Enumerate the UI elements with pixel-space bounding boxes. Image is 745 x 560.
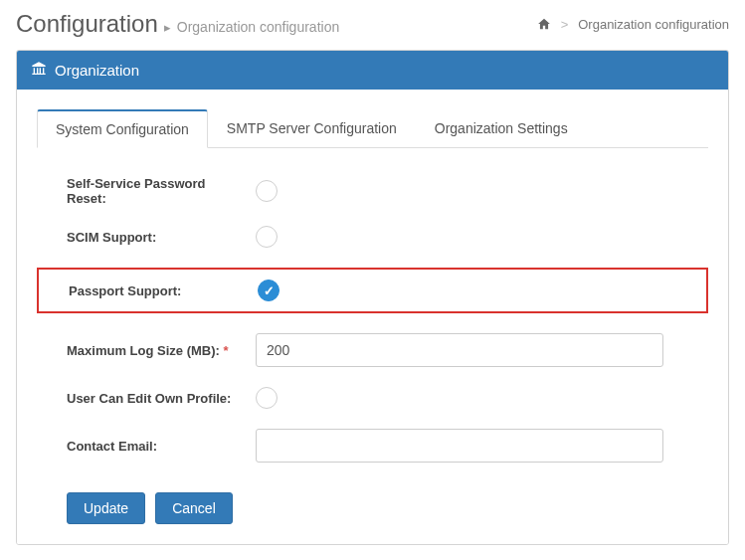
update-button[interactable]: Update (67, 492, 145, 524)
organization-panel: Organization System Configuration SMTP S… (16, 50, 729, 545)
panel-title: Organization (55, 62, 139, 79)
toggle-scim-support[interactable] (256, 226, 278, 248)
chevron-right-icon: ▸ (164, 20, 171, 35)
panel-header: Organization (17, 51, 728, 90)
label-scim-support: SCIM Support: (67, 230, 256, 245)
page-subtitle: Organization configuration (177, 19, 339, 35)
label-contact-email: Contact Email: (67, 439, 256, 454)
toggle-self-service-password-reset[interactable] (256, 180, 278, 202)
label-max-log-size: Maximum Log Size (MB): * (67, 343, 256, 358)
required-asterisk: * (223, 343, 228, 358)
breadcrumb: > Organization configuration (537, 17, 729, 32)
breadcrumb-current: Organization configuration (578, 17, 729, 32)
breadcrumb-separator: > (561, 17, 569, 32)
tab-smtp-server-configuration[interactable]: SMTP Server Configuration (208, 109, 416, 148)
tab-organization-settings[interactable]: Organization Settings (416, 109, 587, 148)
row-passport-support-highlighted: Passport Support: (37, 268, 708, 313)
institution-icon (31, 61, 47, 80)
input-max-log-size[interactable] (256, 333, 663, 367)
label-passport-support: Passport Support: (69, 283, 258, 298)
page-title: Configuration (16, 10, 158, 38)
home-icon[interactable] (537, 17, 551, 31)
cancel-button[interactable]: Cancel (155, 492, 233, 524)
label-user-can-edit-own-profile: User Can Edit Own Profile: (67, 391, 256, 406)
input-contact-email[interactable] (256, 429, 663, 463)
toggle-passport-support[interactable] (258, 280, 279, 301)
tabs: System Configuration SMTP Server Configu… (37, 109, 708, 148)
toggle-user-can-edit-own-profile[interactable] (256, 387, 278, 409)
label-self-service-password-reset: Self-Service Password Reset: (67, 176, 256, 206)
tab-system-configuration[interactable]: System Configuration (37, 109, 208, 148)
